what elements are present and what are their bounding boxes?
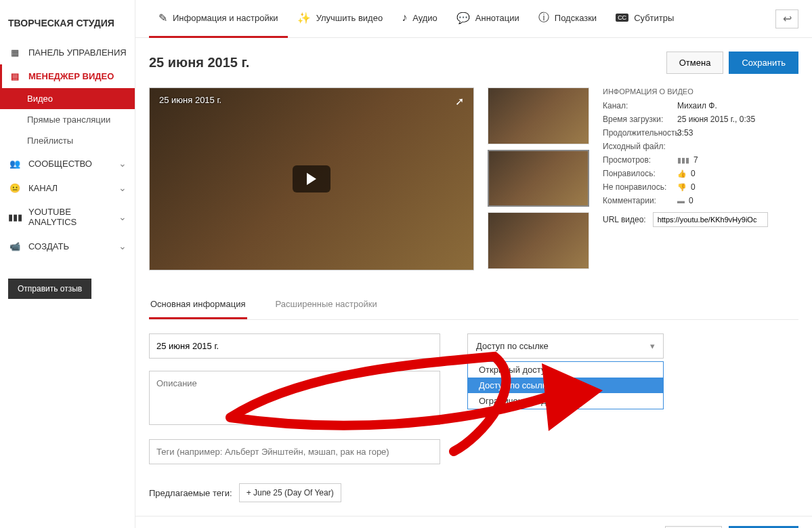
chevron-down-icon: ⌄ (119, 241, 127, 251)
info-channel-label: Канал: (603, 101, 677, 110)
info-comments-value: ▬0 (677, 196, 798, 205)
thumbs-up-icon: 👍 (677, 169, 687, 178)
sidebar-community[interactable]: 👥 СООБЩЕСТВО ⌄ (0, 151, 135, 176)
page-title: 25 июня 2015 г. (149, 55, 249, 70)
feedback-button[interactable]: Отправить отзыв (8, 279, 91, 299)
tab-label: Субтитры (634, 13, 674, 23)
info-channel-value: Михаил Ф. (677, 101, 798, 110)
tab-cards[interactable]: ⓘПодсказки (529, 0, 606, 38)
info-icon: ⓘ (538, 11, 549, 25)
description-input[interactable] (149, 371, 440, 425)
save-button[interactable]: Сохранить (729, 52, 798, 74)
privacy-dropdown: Открытый доступ Доступ по ссылке Огранич… (467, 361, 664, 409)
chevron-down-icon: ⌄ (119, 182, 127, 193)
music-icon: ♪ (402, 12, 407, 24)
studio-title: ТВОРЧЕСКАЯ СТУДИЯ (0, 7, 135, 41)
tab-info[interactable]: ✎Информация и настройки (149, 0, 288, 38)
suggested-tag[interactable]: + June 25 (Day Of Year) (239, 483, 341, 502)
chevron-down-icon: ⌄ (119, 158, 127, 169)
info-duration-label: Продолжительность: (603, 128, 677, 138)
chevron-down-icon: ⌄ (119, 211, 127, 222)
sidebar-item-label: СООБЩЕСТВО (28, 159, 92, 169)
sidebar: ТВОРЧЕСКАЯ СТУДИЯ ▦ ПАНЕЛЬ УПРАВЛЕНИЯ ▤ … (0, 0, 135, 528)
tab-label: Улучшить видео (316, 13, 383, 23)
subtab-basic[interactable]: Основная информация (149, 291, 247, 319)
triangle-down-icon: ▾ (650, 341, 655, 351)
video-manager-icon: ▤ (8, 71, 22, 81)
tab-annotations[interactable]: 💬Аннотации (447, 0, 529, 38)
sidebar-create[interactable]: 📹 СОЗДАТЬ ⌄ (0, 234, 135, 258)
video-url-input[interactable] (653, 212, 768, 227)
subtab-advanced[interactable]: Расширенные настройки (274, 291, 379, 319)
info-uploaded-value: 25 июня 2015 г., 0:35 (677, 115, 798, 124)
thumbnail-option[interactable] (488, 87, 589, 144)
sidebar-item-label: СОЗДАТЬ (28, 241, 69, 251)
title-input[interactable] (149, 333, 440, 359)
footer-bar: Есть несохраненные изменения. Отмена Сох… (135, 516, 812, 528)
info-uploaded-label: Время загрузки: (603, 115, 677, 124)
thumbnail-list (488, 87, 589, 270)
info-dislikes-label: Не понравилось: (603, 182, 677, 192)
dashboard-icon: ▦ (8, 47, 22, 58)
back-button[interactable]: ↩ (775, 9, 798, 28)
tabs: ✎Информация и настройки ✨Улучшить видео … (135, 0, 812, 38)
tab-label: Аннотации (475, 13, 519, 23)
thumbnail-option[interactable] (488, 150, 589, 207)
privacy-select[interactable]: Доступ по ссылке ▾ (467, 333, 664, 359)
video-player[interactable]: 25 июня 2015 г. ➚ (149, 87, 474, 270)
info-raw-label: Исходный файл: (603, 142, 677, 151)
sidebar-item-label: ПАНЕЛЬ УПРАВЛЕНИЯ (28, 47, 127, 58)
info-header: ИНФОРМАЦИЯ О ВИДЕО (603, 87, 798, 96)
info-comments-label: Комментарии: (603, 196, 677, 205)
info-views-label: Просмотров: (603, 155, 677, 165)
tab-enhance[interactable]: ✨Улучшить видео (288, 0, 393, 38)
info-url-label: URL видео: (603, 215, 646, 224)
tab-label: Информация и настройки (173, 13, 278, 23)
cc-icon: CC (616, 14, 628, 22)
play-button[interactable] (293, 165, 330, 192)
suggested-tags-label: Предлагаемые теги: (149, 488, 232, 498)
info-likes-value: 👍0 (677, 169, 798, 178)
info-dislikes-value: 👎0 (677, 182, 798, 192)
community-icon: 👥 (8, 159, 22, 169)
info-views-value: ▮▮▮7 (677, 155, 798, 165)
sidebar-item-label: МЕНЕДЖЕР ВИДЕО (28, 71, 114, 81)
tab-label: Аудио (412, 13, 437, 23)
privacy-option-private[interactable]: Ограниченный доступ (468, 393, 663, 409)
channel-icon: 😐 (8, 183, 22, 193)
sidebar-video-manager[interactable]: ▤ МЕНЕДЖЕР ВИДЕО (0, 64, 135, 88)
video-info-panel: ИНФОРМАЦИЯ О ВИДЕО Канал:Михаил Ф. Время… (603, 87, 798, 270)
speech-icon: 💬 (456, 12, 470, 24)
info-likes-label: Понравилось: (603, 169, 677, 178)
sidebar-sub-playlists[interactable]: Плейлисты (0, 130, 135, 151)
tab-subtitles[interactable]: CCСубтитры (606, 0, 683, 38)
share-icon[interactable]: ➚ (455, 95, 464, 108)
pencil-icon: ✎ (158, 12, 167, 24)
sidebar-item-label: YOUTUBE ANALYTICS (28, 207, 119, 227)
sidebar-sub-videos[interactable]: Видео (0, 88, 135, 109)
tab-audio[interactable]: ♪Аудио (392, 0, 447, 38)
privacy-selected-label: Доступ по ссылке (476, 341, 549, 351)
privacy-option-unlisted[interactable]: Доступ по ссылке (468, 378, 663, 393)
info-raw-value (677, 142, 798, 151)
sidebar-sub-live[interactable]: Прямые трансляции (0, 109, 135, 130)
sub-tabs: Основная информация Расширенные настройк… (149, 291, 798, 320)
analytics-icon: ▮▮▮ (8, 212, 22, 222)
info-duration-value: 3:53 (677, 128, 798, 138)
sidebar-item-label: КАНАЛ (28, 183, 58, 193)
privacy-option-public[interactable]: Открытый доступ (468, 362, 663, 378)
tab-label: Подсказки (555, 13, 597, 23)
comment-icon: ▬ (677, 197, 685, 205)
thumbs-down-icon: 👎 (677, 183, 687, 191)
player-title: 25 июня 2015 г. (159, 95, 221, 105)
thumbnail-option[interactable] (488, 212, 589, 269)
cancel-button[interactable]: Отмена (666, 52, 724, 74)
arrow-left-icon: ↩ (783, 12, 792, 25)
sidebar-dashboard[interactable]: ▦ ПАНЕЛЬ УПРАВЛЕНИЯ (0, 41, 135, 64)
bars-icon: ▮▮▮ (677, 156, 689, 164)
main: ✎Информация и настройки ✨Улучшить видео … (135, 0, 812, 528)
wand-icon: ✨ (297, 12, 311, 24)
sidebar-channel[interactable]: 😐 КАНАЛ ⌄ (0, 176, 135, 200)
sidebar-analytics[interactable]: ▮▮▮ YOUTUBE ANALYTICS ⌄ (0, 200, 135, 234)
tags-input[interactable] (149, 439, 440, 464)
